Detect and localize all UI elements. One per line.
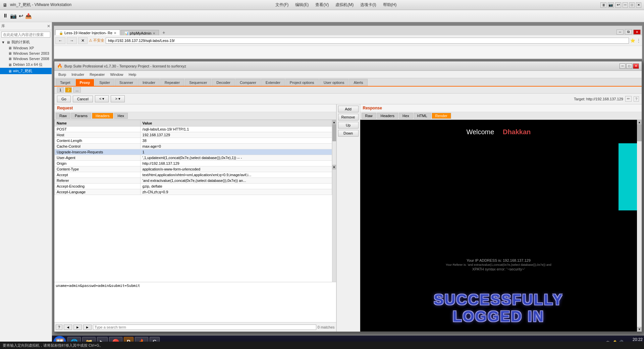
req-tab-raw[interactable]: Raw <box>56 113 70 119</box>
table-row[interactable]: Referer'and extractvalue(1,concat(0x7e,(… <box>55 178 332 184</box>
tab-extender[interactable]: Extender <box>261 79 285 86</box>
add-button[interactable]: Add <box>338 106 359 112</box>
sidebar-item-windows-xp[interactable]: 🖥 Windows XP <box>0 45 52 51</box>
toolbar-icon-4[interactable]: 📤 <box>25 13 32 19</box>
tab-sequencer[interactable]: Sequencer <box>185 79 211 86</box>
sidebar-search[interactable] <box>0 30 52 39</box>
restore-btn[interactable]: ↩ <box>615 2 621 8</box>
tab-project-options[interactable]: Project options <box>285 79 319 86</box>
tab-repeater[interactable]: Repeater <box>160 79 184 86</box>
search-input[interactable] <box>1 32 50 38</box>
sidebar-item-windows-server-2008[interactable]: 🖥 Windows Server 2008 <box>0 56 52 61</box>
back-button[interactable]: < ▾ <box>95 95 109 102</box>
down-button[interactable]: Down <box>338 130 359 137</box>
table-row[interactable]: Content-Typeapplication/x-www-form-urlen… <box>55 166 332 172</box>
browser-tab-1[interactable]: 🔒 Less-19 Header Injection- Re ✕ <box>55 30 120 35</box>
table-row[interactable]: POST/sqli-labs/Less-19/ HTTP/1.1 <box>55 127 332 132</box>
resp-tab-headers[interactable]: Headers <box>377 113 398 119</box>
cancel-button[interactable]: Cancel <box>73 96 93 102</box>
num-tab-2[interactable]: 2 <box>65 87 72 93</box>
help-btn[interactable]: ? <box>56 325 62 330</box>
tab-close[interactable]: ✕ <box>114 31 116 35</box>
menu-help[interactable]: 帮助(H) <box>382 1 398 8</box>
burp-menu-burp[interactable]: Burp <box>56 72 69 77</box>
burp-restore[interactable]: □ <box>626 63 632 69</box>
sidebar-item-windows-server-2003[interactable]: 🖥 Windows Server 2003 <box>0 51 52 56</box>
req-tab-headers[interactable]: Headers <box>92 113 113 119</box>
url-bar[interactable] <box>106 38 629 44</box>
resp-scroll-down[interactable]: ▼ <box>637 327 642 332</box>
add-tab-btn[interactable]: + <box>160 29 168 35</box>
burp-menu-window[interactable]: Window <box>107 72 126 77</box>
pause-btn[interactable]: ⏸ <box>600 2 606 8</box>
menu-file[interactable]: 文件(F) <box>274 1 290 8</box>
sidebar-item-win7[interactable]: 🖥 win_7_靶机 <box>0 68 52 74</box>
table-row[interactable]: Content-Length38 <box>55 138 332 144</box>
req-tab-hex[interactable]: Hex <box>114 113 128 119</box>
go-button[interactable]: Go <box>57 96 71 102</box>
resp-tab-hex[interactable]: Hex <box>399 113 413 119</box>
tab-intruder[interactable]: Intruder <box>138 79 160 86</box>
tab-proxy[interactable]: Proxy <box>75 79 95 86</box>
bookmark-icon[interactable]: ⭐ <box>630 38 635 43</box>
burp-menu-help[interactable]: Help <box>126 72 139 77</box>
toolbar-icon-1[interactable]: ⏸ <box>3 13 8 19</box>
burp-menu-intruder[interactable]: Intruder <box>69 72 87 77</box>
tab-user-options[interactable]: User options <box>319 79 349 86</box>
tab-comparer[interactable]: Comparer <box>235 79 261 86</box>
burp-close[interactable]: ✕ <box>633 63 639 69</box>
menu-icon[interactable]: ⋮ <box>637 38 641 43</box>
minimize-btn[interactable]: ─ <box>623 2 628 8</box>
table-row[interactable]: User-Agent',1,updatexml(1,concat(0x7e,(s… <box>55 155 332 161</box>
browser-restore[interactable]: ⧉ <box>625 29 632 35</box>
menu-vm[interactable]: 虚拟机(M) <box>334 1 355 8</box>
browser-tab-2[interactable]: 📊 phpMyAdmin ✕ <box>121 30 159 35</box>
maximize-btn[interactable]: □ <box>629 2 635 8</box>
reload-btn[interactable]: ✕ <box>78 37 88 44</box>
tab-target[interactable]: Target <box>56 79 75 86</box>
table-row[interactable]: Cache-Controlmax-age=0 <box>55 144 332 149</box>
sidebar-item-my-computer[interactable]: ▼ 🖥 我的计算机 <box>0 39 52 45</box>
sidebar-item-debian[interactable]: 🖥 Debian 10.x 64 位 <box>0 61 52 68</box>
table-row[interactable]: Accept-Languagezh-CN,zh;q=0.9 <box>55 189 332 195</box>
help-icon[interactable]: ? <box>634 96 639 102</box>
prev-btn[interactable]: ◄ <box>64 325 72 330</box>
close-btn[interactable]: ✕ <box>636 2 641 8</box>
req-tab-params[interactable]: Params <box>71 113 91 119</box>
burp-menu-repeater[interactable]: Repeater <box>87 72 107 77</box>
forward-btn[interactable]: → <box>67 37 77 44</box>
resp-scroll-up[interactable]: ▲ <box>637 120 642 124</box>
next2-btn[interactable]: ► <box>83 325 92 330</box>
resp-tab-render[interactable]: Render <box>432 113 451 119</box>
forward-button[interactable]: > ▾ <box>111 95 124 102</box>
table-row[interactable]: Upgrade-Insecure-Requests1 <box>55 149 332 155</box>
up-button[interactable]: Up <box>338 122 359 129</box>
tab-alerts[interactable]: Alerts <box>349 79 367 86</box>
tab-spider[interactable]: Spider <box>95 79 114 86</box>
snapshot-btn[interactable]: 📷 <box>608 2 614 8</box>
num-tab-more[interactable]: ... <box>73 87 81 93</box>
scroll-thumb[interactable] <box>332 124 336 141</box>
menu-tab[interactable]: 选项卡(I) <box>359 1 377 8</box>
table-row[interactable]: Host192.168.137.129 <box>55 132 332 138</box>
resp-scroll-thumb[interactable] <box>637 124 642 141</box>
resp-tab-html[interactable]: HTML <box>414 113 431 119</box>
menu-view[interactable]: 查看(V) <box>314 1 330 8</box>
scroll-up[interactable]: ▲ <box>332 120 336 124</box>
toolbar-icon-2[interactable]: 📷 <box>10 13 17 19</box>
resp-tab-raw[interactable]: Raw <box>362 113 376 119</box>
remove-button[interactable]: Remove <box>338 114 359 120</box>
request-scrollbar[interactable]: ▲ ▼ <box>332 120 336 282</box>
tab-decoder[interactable]: Decoder <box>212 79 235 86</box>
edit-target-icon[interactable]: ✏ <box>625 96 632 102</box>
next-btn[interactable]: ► <box>73 325 82 330</box>
back-btn[interactable]: ← <box>55 37 65 44</box>
toolbar-icon-3[interactable]: ↩ <box>19 13 23 19</box>
scroll-down[interactable]: ▼ <box>332 165 336 169</box>
tab-scanner[interactable]: Scanner <box>115 79 138 86</box>
table-row[interactable]: Originhttp://192.168.137.129 <box>55 161 332 166</box>
burp-minimize[interactable]: ─ <box>620 63 626 69</box>
table-row[interactable]: Accepttext/html,application/xhtml+xml,ap… <box>55 172 332 178</box>
num-tab-1[interactable]: 1 <box>57 87 64 93</box>
browser-minimize[interactable]: ─ <box>616 30 624 35</box>
